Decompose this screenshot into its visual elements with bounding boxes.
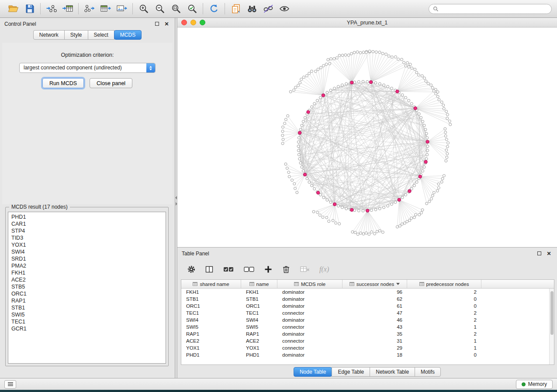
cell-name[interactable]: YOX1 — [241, 344, 277, 351]
table-row[interactable]: RAP1RAP1dominator352 — [181, 330, 549, 337]
tab-node-table[interactable]: Node Table — [294, 367, 332, 377]
cell-name[interactable]: ACE2 — [241, 337, 277, 344]
cell-name[interactable]: STB1 — [241, 296, 277, 303]
cell-filler[interactable] — [481, 337, 549, 344]
cell-successor-nodes[interactable]: 35 — [343, 330, 407, 337]
cell-predecessor-nodes[interactable]: 2 — [407, 330, 481, 337]
cell-filler[interactable] — [481, 344, 549, 351]
cell-predecessor-nodes[interactable]: 2 — [407, 316, 481, 323]
mcds-result-item[interactable]: TID3 — [8, 234, 166, 241]
tab-select[interactable]: Select — [88, 30, 114, 40]
cell-filler[interactable] — [481, 351, 549, 358]
tab-mcds[interactable]: MCDS — [114, 30, 142, 40]
column-header-successor-nodes[interactable]: successor nodes — [343, 280, 407, 288]
cell-predecessor-nodes[interactable]: 1 — [407, 344, 481, 351]
delete-columns-button[interactable] — [282, 265, 291, 274]
network-canvas[interactable] — [177, 28, 557, 247]
cell-predecessor-nodes[interactable]: 1 — [407, 337, 481, 344]
table-row[interactable]: ACE2ACE2connector311 — [181, 337, 549, 344]
cell-successor-nodes[interactable]: 61 — [343, 303, 407, 309]
zoom-in-button[interactable] — [135, 2, 152, 16]
export-image-button[interactable] — [114, 2, 130, 16]
cell-name[interactable]: ORC1 — [241, 303, 277, 309]
mcds-result-item[interactable]: GCR1 — [8, 325, 166, 332]
filter-button[interactable] — [260, 2, 276, 16]
zoom-out-button[interactable] — [152, 2, 168, 16]
cell-successor-nodes[interactable]: 29 — [343, 344, 407, 351]
table-row[interactable]: STB1STB1dominator620 — [181, 296, 549, 303]
table-options-button[interactable] — [187, 265, 196, 274]
network-window-titlebar[interactable]: YPA_prune.txt_1 — [177, 18, 557, 28]
mcds-result-item[interactable]: RAP1 — [8, 297, 166, 304]
column-header-mcds-role[interactable]: MCDS role — [277, 280, 343, 288]
table-row[interactable]: ORC1ORC1dominator610 — [181, 303, 549, 309]
cell-mcds-role[interactable]: dominator — [277, 351, 343, 358]
cell-mcds-role[interactable]: connector — [277, 323, 343, 330]
cell-successor-nodes[interactable]: 43 — [343, 323, 407, 330]
close-table-panel-button[interactable]: ✕ — [545, 250, 553, 257]
cell-shared-name[interactable]: SWI5 — [181, 323, 241, 330]
cell-predecessor-nodes[interactable]: 2 — [407, 309, 481, 316]
column-header-shared-name[interactable]: shared name — [181, 280, 241, 288]
cell-filler[interactable] — [481, 323, 549, 330]
cell-successor-nodes[interactable]: 62 — [343, 296, 407, 303]
cell-filler[interactable] — [481, 316, 549, 323]
function-builder-button[interactable]: f(x) — [319, 265, 329, 273]
cell-shared-name[interactable]: RAP1 — [181, 330, 241, 337]
mcds-result-item[interactable]: FKH1 — [8, 269, 166, 276]
search-input[interactable] — [441, 6, 547, 12]
cell-name[interactable]: SWI4 — [241, 316, 277, 323]
table-row[interactable]: PHD1PHD1dominator180 — [181, 351, 549, 358]
cell-filler[interactable] — [481, 296, 549, 303]
cell-shared-name[interactable]: FKH1 — [181, 289, 241, 296]
tab-motifs[interactable]: Motifs — [415, 367, 441, 377]
search-field[interactable] — [429, 4, 552, 14]
mcds-result-item[interactable]: TEC1 — [8, 318, 166, 325]
mcds-result-item[interactable]: SWI4 — [8, 248, 166, 255]
memory-button[interactable]: Memory — [516, 380, 553, 389]
cell-shared-name[interactable]: TEC1 — [181, 309, 241, 316]
deselect-all-columns-button[interactable] — [243, 265, 255, 274]
export-network-button[interactable] — [81, 2, 97, 16]
cell-mcds-role[interactable]: dominator — [277, 296, 343, 303]
cell-successor-nodes[interactable]: 46 — [343, 316, 407, 323]
cell-successor-nodes[interactable]: 47 — [343, 309, 407, 316]
cell-predecessor-nodes[interactable]: 0 — [407, 296, 481, 303]
column-header-predecessor-nodes[interactable]: predecessor nodes — [407, 280, 481, 288]
undock-table-panel-button[interactable] — [536, 250, 543, 257]
select-all-columns-button[interactable] — [223, 265, 234, 274]
mcds-result-list[interactable]: PHD1CAR1STP4TID3YOX1SWI4SRD1PMA2FKH1ACE2… — [8, 212, 166, 364]
cell-shared-name[interactable]: SWI4 — [181, 316, 241, 323]
zoom-window-button[interactable] — [200, 20, 205, 25]
find-button[interactable] — [244, 2, 260, 16]
tab-network-table[interactable]: Network Table — [370, 367, 415, 377]
save-session-button[interactable] — [21, 2, 38, 16]
import-table-button[interactable] — [59, 2, 76, 16]
refresh-layout-button[interactable] — [206, 2, 222, 16]
export-table-button[interactable] — [97, 2, 114, 16]
mcds-result-item[interactable]: SWI5 — [8, 311, 166, 318]
cell-predecessor-nodes[interactable]: 0 — [407, 303, 481, 309]
table-row[interactable]: SWI5SWI5connector431 — [181, 323, 549, 330]
cell-name[interactable]: TEC1 — [241, 309, 277, 316]
column-header-name[interactable]: name — [241, 280, 277, 288]
cell-shared-name[interactable]: YOX1 — [181, 344, 241, 351]
copy-style-button[interactable] — [228, 2, 244, 16]
zoom-selected-button[interactable] — [184, 2, 200, 16]
close-panel-button[interactable]: Close panel — [90, 78, 132, 88]
cell-predecessor-nodes[interactable]: 0 — [407, 351, 481, 358]
cell-predecessor-nodes[interactable]: 1 — [407, 323, 481, 330]
mcds-result-item[interactable]: STB5 — [8, 283, 166, 290]
zoom-fit-button[interactable] — [168, 2, 184, 16]
cell-filler[interactable] — [481, 330, 549, 337]
show-panels-button[interactable] — [4, 380, 16, 389]
cell-shared-name[interactable]: PHD1 — [181, 351, 241, 358]
mcds-result-item[interactable]: STB1 — [8, 304, 166, 311]
show-graphics-button[interactable] — [276, 2, 292, 16]
cell-filler[interactable] — [481, 303, 549, 309]
cell-name[interactable]: RAP1 — [241, 330, 277, 337]
cell-mcds-role[interactable]: dominator — [277, 316, 343, 323]
table-row[interactable]: SWI4SWI4dominator462 — [181, 316, 549, 323]
optimization-criterion-select[interactable]: largest connected component (undirected) — [19, 63, 156, 73]
mcds-result-item[interactable]: YOX1 — [8, 241, 166, 248]
